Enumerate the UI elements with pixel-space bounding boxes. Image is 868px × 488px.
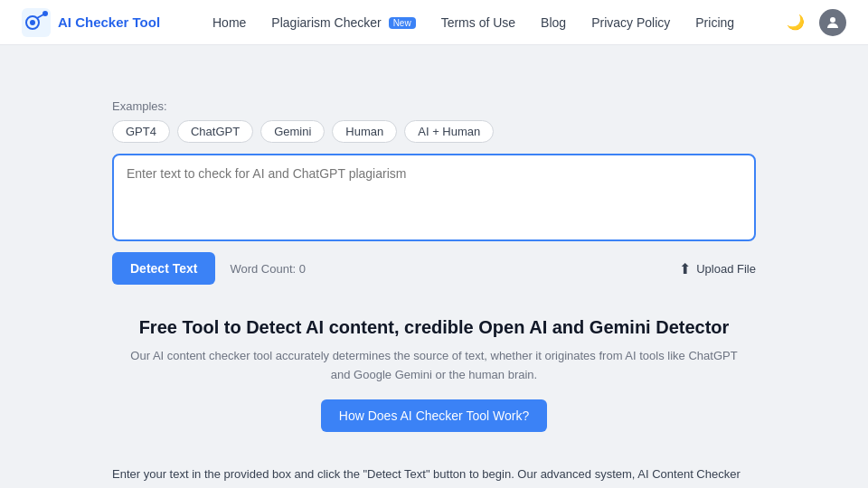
pill-ai-human[interactable]: AI + Human <box>404 120 494 143</box>
description-text: Enter your text in the provided box and … <box>112 465 756 488</box>
examples-label: Examples: <box>112 99 756 113</box>
main-nav: Home Plagiarism Checker New Terms of Use… <box>212 15 734 30</box>
svg-point-3 <box>42 11 48 16</box>
logo-text: AI Checker Tool <box>58 14 160 30</box>
main-subtitle: Our AI content checker tool accurately d… <box>127 347 741 385</box>
info-section: Free Tool to Detect AI content, credible… <box>112 317 756 450</box>
pill-chatgpt[interactable]: ChatGPT <box>177 120 253 143</box>
pill-human[interactable]: Human <box>332 120 397 143</box>
upload-file-button[interactable]: ⬆ Upload File <box>679 260 756 277</box>
pill-gemini[interactable]: Gemini <box>260 120 325 143</box>
svg-point-4 <box>30 20 35 25</box>
nav-home[interactable]: Home <box>212 15 246 30</box>
nav-pricing[interactable]: Pricing <box>695 15 734 30</box>
moon-icon: 🌙 <box>787 14 805 31</box>
header: AI Checker Tool Home Plagiarism Checker … <box>0 0 868 45</box>
dark-mode-button[interactable]: 🌙 <box>787 14 805 31</box>
logo-icon <box>22 8 51 37</box>
nav-blog[interactable]: Blog <box>541 15 566 30</box>
nav-privacy[interactable]: Privacy Policy <box>591 15 670 30</box>
user-avatar[interactable] <box>819 9 846 36</box>
logo[interactable]: AI Checker Tool <box>22 8 160 37</box>
textarea-wrapper <box>112 154 756 241</box>
main-content: Examples: GPT4 ChatGPT Gemini Human AI +… <box>90 63 778 488</box>
detect-text-button[interactable]: Detect Text <box>112 252 215 285</box>
examples-pills: GPT4 ChatGPT Gemini Human AI + Human <box>112 120 756 143</box>
header-right: 🌙 <box>787 9 846 36</box>
nav-plagiarism[interactable]: Plagiarism Checker New <box>271 15 415 30</box>
text-input[interactable] <box>114 155 754 237</box>
upload-icon: ⬆ <box>679 260 691 277</box>
main-title: Free Tool to Detect AI content, credible… <box>112 317 756 338</box>
how-it-works-button[interactable]: How Does AI Checker Tool Work? <box>321 399 547 432</box>
nav-terms[interactable]: Terms of Use <box>441 15 515 30</box>
svg-point-5 <box>830 17 835 23</box>
new-badge: New <box>389 17 416 29</box>
pill-gpt4[interactable]: GPT4 <box>112 120 170 143</box>
word-count: Word Count: 0 <box>230 262 306 276</box>
controls-row: Detect Text Word Count: 0 ⬆ Upload File <box>112 252 756 285</box>
